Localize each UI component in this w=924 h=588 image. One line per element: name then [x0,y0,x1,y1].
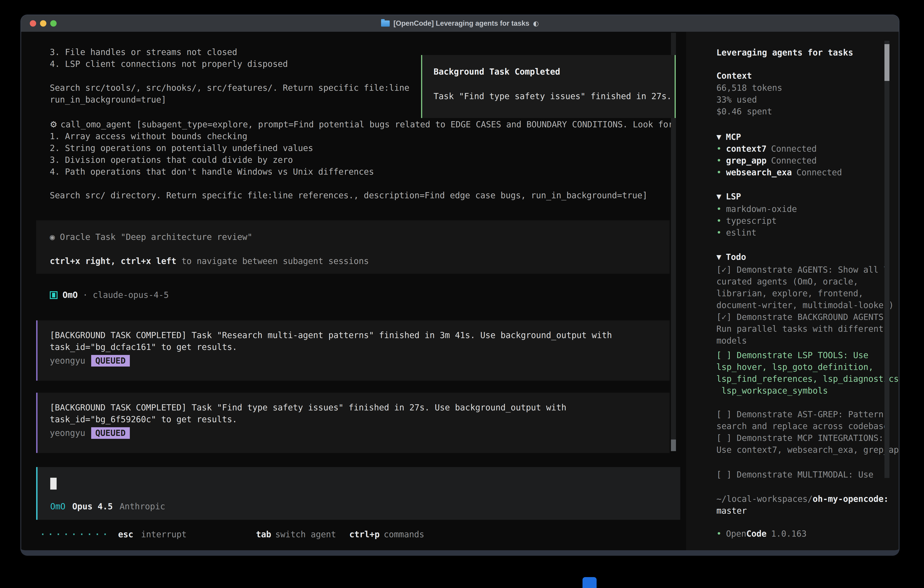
mcp-item-name: context7 [726,144,766,154]
task-message-line: task_id="bg_6f59260c" to get results. [50,415,237,424]
lsp-item: • markdown-oxide [716,204,797,214]
todo-line: curated agents (OmO, oracle, [716,276,858,287]
oracle-task-hint: ctrl+x right, ctrl+x left to navigate be… [50,256,369,266]
tool-call-line: 3. Division operations that could divide… [50,154,293,166]
lsp-item: • typescript [716,216,777,226]
background-task-toast: Background Task Completed Task "Find typ… [421,55,676,118]
input-model-name: Opus 4.5 [72,502,113,511]
workspace-path-dim: ~/local-workspaces/ [716,494,813,504]
lsp-heading: LSP [726,192,741,202]
fisheye-icon: ◉ [50,232,55,242]
oracle-task-card[interactable]: ◉ Oracle Task "Deep architecture review"… [36,220,670,274]
todo-line-active: lsp_workspace_symbols [716,385,828,397]
bullet-icon: • [716,144,721,154]
chevron-down-icon: ▼ [716,253,721,261]
version-row: • OpenCode 1.0.163 [716,529,807,538]
status-right: tab switch agent ctrl+p commands [256,530,424,539]
chat-line: Search src/tools/, src/hooks/, src/featu… [50,82,409,94]
chevron-down-icon: ▼ [716,133,721,141]
mcp-item-status: Connected [771,144,817,154]
todo-line: search and replace across codebase [716,420,889,432]
oracle-task-title: ◉ Oracle Task "Deep architecture review" [50,232,252,242]
input-meta: OmO Opus 4.5 Anthropic [50,502,165,511]
input-provider-name: Anthropic [120,502,165,511]
chat-line: 3. File handles or streams not closed [50,46,237,58]
text-cursor [50,478,57,489]
todo-heading: Todo [726,252,746,262]
bullet-icon: • [716,204,721,214]
context-heading: Context [716,70,752,82]
half-moon-icon: ◐ [533,20,539,27]
todo-line: models [716,335,747,347]
task-message-line: [BACKGROUND TASK COMPLETED] Task "Resear… [50,330,612,340]
chat-scrollbar-thumb[interactable] [671,439,676,451]
mcp-item: • websearch_exa Connected [716,168,842,177]
separator-dot: · [83,290,88,300]
spinner-dots-icon: ········· [40,530,110,539]
bullet-icon: • [716,216,721,226]
lsp-section-header[interactable]: ▼ LSP [716,192,741,202]
context-spent: $0.46 spent [716,106,772,117]
context-tokens: 66,518 tokens [716,82,782,94]
status-left: ········· esc interrupt [40,530,186,539]
chat-pane: 3. File handles or streams not closed 4.… [21,32,686,550]
tab-key-label: switch agent [276,530,336,539]
workspace-path: ~/local-workspaces/oh-my-opencode: [716,493,889,505]
mcp-heading: MCP [726,132,741,142]
workspace-path-bold: oh-my-opencode: [813,494,889,504]
todo-line: [ ] Demonstrate AST-GREP: Pattern [716,409,884,420]
screen: [OpenCode] Leveraging agents for tasks ◐… [0,0,924,588]
mcp-section-header[interactable]: ▼ MCP [716,132,741,142]
todo-section-header[interactable]: ▼ Todo [716,252,746,262]
status-badge: QUEUED [91,355,130,367]
shortcut-keys: ctrl+x right, ctrl+x left [50,256,177,266]
todo-line-active: lsp_find_references, lsp_diagnostics, [716,373,899,385]
titlebar: [OpenCode] Leveraging agents for tasks ◐ [21,15,899,32]
ctrlp-key-hint: ctrl+p [349,530,380,539]
todo-line: Use context7, websearch_exa, grep_app [716,444,899,456]
agent-name: OmO [63,290,78,300]
gear-icon: ⚙ [50,120,57,129]
esc-key-label: interrupt [141,530,186,539]
oracle-task-label: Oracle Task "Deep architecture review" [55,232,252,242]
sidebar: Leveraging agents for tasks Context 66,5… [686,32,899,550]
lsp-item-name: typescript [726,216,777,226]
todo-line-active: lsp_hover, lsp_goto_definition, [716,361,873,373]
folder-icon [381,20,390,26]
bullet-icon: • [716,168,721,177]
sidebar-scrollbar-thumb[interactable] [884,44,889,81]
app-version: 1.0.163 [771,529,807,538]
task-message-meta: yeongyu QUEUED [50,355,130,367]
tool-call-line: ⚙call_omo_agent [subagent_type=explore, … [50,119,673,130]
app-name-dim: Open [726,529,746,538]
tool-call-text: call_omo_agent [subagent_type=explore, p… [61,120,673,129]
tab-key-hint: tab [256,530,271,539]
window-body: 3. File handles or streams not closed 4.… [21,32,899,550]
agent-icon [50,291,58,299]
tool-call-line: 2. String operations on potentially unde… [50,142,313,154]
sidebar-scrollbar [884,41,889,478]
input-agent-name: OmO [50,502,66,511]
app-name-bold: Code [746,529,766,538]
lsp-item: • eslint [716,228,756,238]
mcp-item-status: Connected [771,156,817,165]
status-badge: QUEUED [91,427,130,439]
app-name: OpenCode [726,529,766,538]
tool-call-line: Search src/ directory. Return specific f… [50,190,647,202]
mcp-item: • context7 Connected [716,144,817,154]
todo-line: Run parallel tasks with different [716,323,884,335]
workspace-branch: master [716,505,747,517]
mcp-item-name: grep_app [726,156,766,165]
window-title-area: [OpenCode] Leveraging agents for tasks ◐ [21,15,899,31]
prompt-input[interactable]: OmO Opus 4.5 Anthropic [36,467,680,520]
task-message-line: task_id="bg_dcfac161" to get results. [50,342,237,352]
shortcut-hint: to navigate between subagent sessions [177,256,369,266]
background-task-message: [BACKGROUND TASK COMPLETED] Task "Find t… [36,393,670,453]
mcp-item: • grep_app Connected [716,156,817,165]
bullet-icon: • [716,529,721,538]
toast-title: Background Task Completed [434,67,560,77]
toast-body: Task "Find type safety issues" finished … [434,91,672,101]
chat-line: 4. LSP client connections not properly d… [50,58,288,70]
dock-app-icon[interactable] [582,577,597,588]
status-bar: ········· esc interrupt tab switch agent… [21,530,686,542]
